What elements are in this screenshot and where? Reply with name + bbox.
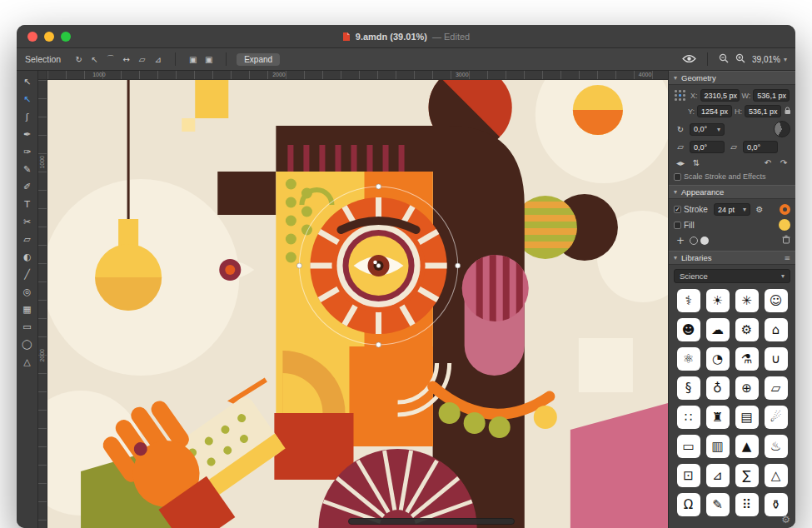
dots-icon[interactable]: ⠿	[735, 493, 759, 516]
chart-icon[interactable]: ◔	[706, 347, 730, 371]
flip-vertical-button[interactable]: ⇅	[690, 157, 703, 169]
curve-cursor-icon[interactable]: ⌒	[103, 52, 117, 67]
gears-icon[interactable]: ⚙	[735, 318, 759, 341]
move-cursor-icon[interactable]: ↖	[87, 52, 102, 67]
brain-icon[interactable]: ☁	[706, 318, 730, 341]
rose-shapes[interactable]	[462, 253, 529, 376]
duo-circle[interactable]	[573, 85, 623, 135]
prism-icon[interactable]: △	[765, 464, 788, 487]
scissors-tool[interactable]: ✂	[18, 213, 37, 231]
university-icon[interactable]: ⌂	[765, 318, 788, 341]
close-button[interactable]	[27, 32, 37, 42]
cream-square[interactable]	[579, 338, 633, 392]
node-pen-tool[interactable]: ✑	[18, 143, 37, 161]
insert-behind-button[interactable]: ▣	[186, 52, 200, 67]
x-input[interactable]: 2310,5 px	[700, 89, 740, 102]
notebook-icon[interactable]: ▤	[735, 406, 759, 429]
transform-origin-widget[interactable]	[674, 89, 686, 102]
delete-style-button[interactable]	[782, 235, 790, 246]
rotate-ccw-button[interactable]: ↶	[761, 157, 775, 169]
observatory-icon[interactable]: Ω	[677, 493, 700, 516]
goggles-scientist-icon[interactable]: ☻	[677, 318, 700, 341]
panel-settings-gear-icon[interactable]: ⚙	[781, 514, 790, 526]
stroke-color-swatch[interactable]	[780, 204, 790, 215]
fill-color-swatch[interactable]	[779, 219, 790, 231]
eyedropper-tool[interactable]: ╱	[18, 266, 37, 283]
table-tool[interactable]: ▦	[18, 301, 37, 318]
perspective-cursor-icon[interactable]: ⊿	[151, 52, 165, 67]
lasso-tool[interactable]: ʃ	[18, 108, 37, 126]
thermometer-icon[interactable]: ⚕	[677, 289, 700, 312]
stroke-settings-gear-icon[interactable]: ⚙	[753, 203, 766, 216]
expand-button[interactable]: Expand	[237, 53, 280, 66]
insert-inside-button[interactable]: ▣	[202, 52, 216, 67]
geometry-header[interactable]: ▾ Geometry	[669, 71, 795, 85]
titlebar[interactable]: 9.amdn (39.01%) — Edited	[17, 25, 795, 48]
shear-cursor-icon[interactable]: ▱	[135, 52, 149, 67]
solid-style-swatch[interactable]	[700, 237, 709, 245]
rotation-dial[interactable]	[774, 121, 790, 137]
flip-horizontal-button[interactable]: ◂▸	[674, 157, 687, 169]
node-tool[interactable]: ↖	[18, 91, 37, 108]
brush-tool[interactable]: ✐	[18, 178, 37, 196]
stroke-width-select[interactable]: 24 pt▾	[714, 203, 750, 216]
robot-icon[interactable]: ⊡	[677, 464, 700, 487]
rotate-cursor-icon[interactable]: ↻	[72, 52, 86, 67]
no-style-swatch[interactable]	[690, 237, 698, 245]
flask-icon[interactable]: ⚗	[735, 347, 759, 371]
move-tool[interactable]: ↖	[18, 73, 37, 91]
stroke-checkbox[interactable]: ✓	[674, 206, 681, 213]
sketch-icon[interactable]: ✎	[706, 493, 730, 516]
globe-icon[interactable]: ⊕	[735, 376, 759, 400]
minimize-button[interactable]	[44, 32, 54, 42]
library-select[interactable]: Science ▾	[674, 269, 790, 283]
appearance-header[interactable]: ▾ Appearance	[669, 185, 795, 199]
dna-icon[interactable]: §	[677, 376, 700, 400]
shear-v-input[interactable]: 0,0°	[743, 141, 778, 153]
preview-eye-icon[interactable]	[682, 54, 696, 65]
open-book-icon[interactable]: ▥	[706, 435, 730, 458]
zoom-tool[interactable]: ◎	[18, 283, 37, 301]
lock-ratio-icon[interactable]	[784, 107, 791, 117]
pills-grid-icon[interactable]: ∷	[677, 406, 700, 429]
height-input[interactable]: 536,1 px	[745, 105, 781, 117]
ruler-icon[interactable]: ⊿	[706, 464, 730, 487]
libraries-header[interactable]: ▾ Libraries ≡	[669, 251, 795, 265]
test-tube-icon[interactable]: ∪	[765, 347, 788, 371]
monitor-icon[interactable]: ▭	[677, 435, 700, 458]
eraser-tool[interactable]: ▱	[18, 231, 37, 248]
shear-h-input[interactable]: 0,0°	[690, 141, 725, 153]
width-input[interactable]: 536,1 px	[753, 89, 790, 102]
fill-checkbox[interactable]	[674, 222, 681, 229]
scale-cursor-icon[interactable]: ↔	[119, 52, 133, 67]
museum-icon[interactable]: ♜	[706, 406, 730, 429]
rotation-input[interactable]: 0,0°▾	[690, 123, 725, 136]
scientist-icon[interactable]: ☺	[765, 289, 788, 312]
pill-icon[interactable]: ▱	[765, 376, 788, 400]
libraries-menu-icon[interactable]: ≡	[784, 254, 790, 262]
y-input[interactable]: 1254 px	[697, 105, 732, 117]
ellipse-tool[interactable]: ◯	[18, 336, 37, 353]
canvas-area[interactable]: 1000200030004000 10002000	[38, 71, 668, 528]
virus-icon[interactable]: ☀	[706, 289, 730, 312]
atom-icon[interactable]: ⚛	[677, 347, 700, 371]
add-style-button[interactable]: +	[674, 234, 687, 247]
horizontal-scrollbar[interactable]	[348, 518, 515, 525]
fill-tool[interactable]: ◐	[18, 248, 37, 266]
microscope-icon[interactable]: ☄	[765, 406, 788, 429]
flask-alt-icon[interactable]: ⚱	[765, 493, 788, 516]
rotate-cw-button[interactable]: ↷	[777, 157, 790, 169]
scale-stroke-checkbox[interactable]	[674, 173, 681, 181]
virus-alt-icon[interactable]: ✳	[735, 289, 759, 312]
pen-tool[interactable]: ✒	[18, 126, 37, 143]
beaker-icon[interactable]: ♨	[765, 435, 788, 458]
fullscreen-button[interactable]	[61, 32, 71, 42]
pencil-tool[interactable]: ✎	[18, 161, 37, 178]
polygon-tool[interactable]: △	[18, 353, 37, 371]
zoom-in-icon[interactable]	[735, 53, 745, 65]
striped-olive-circle[interactable]	[511, 194, 618, 261]
zoom-level-select[interactable]: 39,01% ▾	[752, 55, 787, 64]
math-icon[interactable]: ∑	[735, 464, 759, 487]
artboard[interactable]	[47, 80, 668, 528]
rectangle-tool[interactable]: ▭	[18, 318, 37, 336]
